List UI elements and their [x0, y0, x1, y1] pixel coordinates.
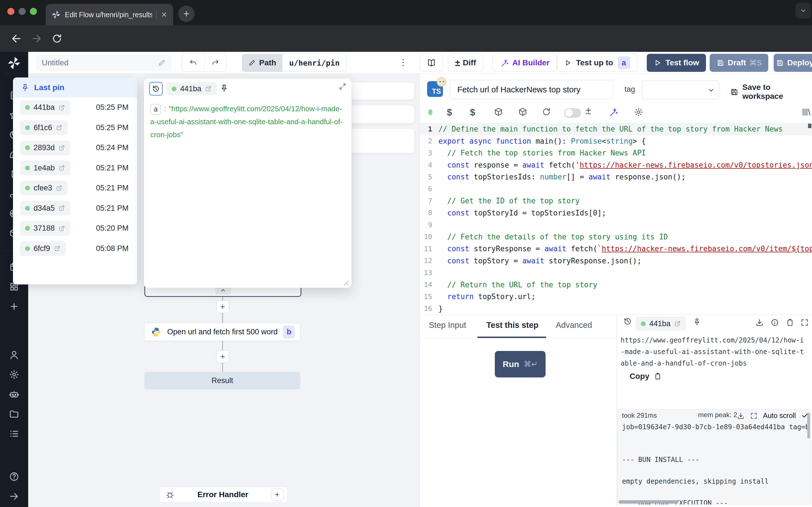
- last-pin-row[interactable]: 2893d05:24 PM: [13, 138, 137, 158]
- traffic-light-minimize[interactable]: [18, 8, 26, 15]
- vertical-scrollbar[interactable]: [807, 413, 810, 439]
- add-step-button[interactable]: [216, 300, 229, 313]
- expand-logs-icon[interactable]: [750, 412, 758, 420]
- open-run-icon[interactable]: [58, 104, 65, 111]
- sidebar-arrow-right-icon[interactable]: [8, 490, 20, 503]
- tab-advanced[interactable]: Advanced: [556, 321, 592, 330]
- sidebar-gear-icon[interactable]: [8, 369, 20, 381]
- dependencies-icon[interactable]: [494, 107, 503, 117]
- expand-icon[interactable]: [339, 82, 347, 91]
- run-id-pill[interactable]: 1e4ab: [20, 161, 70, 175]
- run-id-pill[interactable]: 2893d: [20, 140, 70, 155]
- pin-icon[interactable]: [220, 83, 229, 93]
- back-icon[interactable]: [10, 33, 22, 45]
- flow-name-input[interactable]: Untitled: [36, 55, 171, 71]
- copy-button[interactable]: Copy: [629, 372, 662, 381]
- info-icon[interactable]: [770, 318, 779, 327]
- fullscreen-icon[interactable]: [801, 318, 809, 327]
- ai-builder-button[interactable]: AI Builder: [492, 54, 557, 72]
- browser-tab[interactable]: Edit Flow u/henri/pin_results: [46, 4, 173, 25]
- last-pin-row[interactable]: 6f1c605:25 PM: [13, 118, 137, 138]
- horizontal-scrollbar[interactable]: [619, 500, 678, 504]
- library-panel-icon[interactable]: [801, 107, 811, 117]
- ai-assistant-icon[interactable]: [608, 107, 618, 117]
- last-pin-row[interactable]: 6fcf905:08 PM: [13, 238, 137, 259]
- editor-toggle[interactable]: [564, 108, 581, 118]
- last-pin-row[interactable]: 441ba05:25 PM: [13, 98, 137, 118]
- diff-icon[interactable]: ±: [586, 105, 591, 117]
- download-icon[interactable]: [755, 318, 764, 327]
- sidebar-help-icon[interactable]: [8, 470, 20, 483]
- last-pin-row[interactable]: d34a505:21 PM: [13, 198, 137, 219]
- error-handler-node[interactable]: Error Handler: [159, 487, 288, 503]
- clipboard-icon[interactable]: [786, 318, 794, 327]
- open-run-icon[interactable]: [58, 225, 65, 232]
- sidebar-plus-icon[interactable]: [8, 300, 20, 313]
- add-step-button[interactable]: [216, 350, 229, 363]
- resize-handle[interactable]: [343, 280, 349, 285]
- run-id-pill[interactable]: 441ba: [636, 317, 686, 331]
- tab-step-input[interactable]: Step Input: [429, 321, 466, 330]
- run-id-pill[interactable]: 37188: [20, 221, 70, 236]
- run-id-pill[interactable]: 441ba: [167, 82, 217, 95]
- step-node-b[interactable]: Open url and fetch first 500 words of ..…: [144, 323, 300, 341]
- sidebar-folder-icon[interactable]: [8, 408, 20, 420]
- forward-icon[interactable]: [31, 33, 43, 45]
- open-run-icon[interactable]: [58, 145, 65, 151]
- more-options-icon[interactable]: [398, 56, 408, 69]
- tab-test-this-step[interactable]: Test this step: [486, 321, 539, 330]
- run-id-pill[interactable]: cfee3: [20, 181, 68, 195]
- windmill-logo[interactable]: [7, 56, 21, 70]
- download-logs-icon[interactable]: [737, 412, 745, 420]
- lockfile-icon[interactable]: [518, 107, 527, 117]
- run-button[interactable]: Run ⌘↵: [495, 351, 546, 378]
- tag-select[interactable]: [642, 80, 719, 99]
- sidebar-list-icon[interactable]: [8, 428, 20, 440]
- traffic-light-close[interactable]: [7, 8, 14, 15]
- run-id-pill[interactable]: 441ba: [20, 100, 70, 115]
- save-to-workspace-button[interactable]: Save to workspace: [730, 83, 812, 101]
- test-flow-button[interactable]: Test flow: [647, 54, 706, 72]
- editor-scrollbar[interactable]: [808, 124, 811, 128]
- redo-button[interactable]: [204, 54, 226, 71]
- code-editor[interactable]: 1// Define the main function to fetch th…: [420, 123, 812, 315]
- concurrency-icon[interactable]: $: [470, 107, 475, 118]
- result-node[interactable]: Result: [144, 372, 300, 389]
- history-icon[interactable]: [623, 317, 632, 326]
- settings-icon[interactable]: [633, 107, 644, 117]
- traffic-light-zoom[interactable]: [30, 8, 37, 15]
- open-run-icon[interactable]: [54, 245, 61, 252]
- open-run-icon[interactable]: [56, 185, 63, 191]
- tab-close-icon[interactable]: [161, 11, 167, 18]
- deploy-button[interactable]: Deploy: [774, 54, 812, 72]
- draft-button[interactable]: Draft ⌘S: [710, 54, 768, 72]
- refresh-icon[interactable]: [542, 107, 551, 117]
- step-summary-input[interactable]: Fetch url of HackerNews top story: [450, 80, 613, 99]
- add-error-handler-button[interactable]: [271, 489, 283, 501]
- test-up-to-button[interactable]: Test up to a: [557, 54, 637, 72]
- sidebar-robot-icon[interactable]: [8, 388, 20, 400]
- reload-icon[interactable]: [51, 33, 63, 44]
- window-chevron-button[interactable]: [796, 3, 811, 18]
- last-pin-row[interactable]: 3718805:20 PM: [13, 218, 137, 238]
- docs-button[interactable]: [420, 54, 443, 72]
- history-button[interactable]: [149, 82, 163, 96]
- run-id-pill[interactable]: d34a5: [20, 201, 70, 216]
- sidebar-user-icon[interactable]: [8, 349, 20, 361]
- open-run-icon[interactable]: [56, 124, 63, 131]
- cache-ttl-icon[interactable]: $: [447, 107, 452, 118]
- last-pin-row[interactable]: 1e4ab05:21 PM: [13, 158, 137, 178]
- open-run-icon[interactable]: [58, 205, 65, 212]
- last-pin-header[interactable]: Last pin: [13, 78, 137, 98]
- open-run-icon[interactable]: [58, 165, 65, 171]
- diff-button[interactable]: ± Diff: [448, 54, 483, 72]
- new-tab-button[interactable]: [178, 6, 195, 22]
- last-pin-row[interactable]: cfee305:21 PM: [13, 178, 137, 198]
- open-run-icon[interactable]: [674, 320, 681, 327]
- run-id-pill[interactable]: 6f1c6: [20, 120, 68, 135]
- open-run-icon[interactable]: [205, 86, 212, 92]
- path-button[interactable]: Path u/henri/pin: [242, 54, 347, 72]
- undo-button[interactable]: [182, 54, 204, 71]
- pin-icon[interactable]: [693, 318, 701, 326]
- run-id-pill[interactable]: 6fcf9: [20, 241, 66, 256]
